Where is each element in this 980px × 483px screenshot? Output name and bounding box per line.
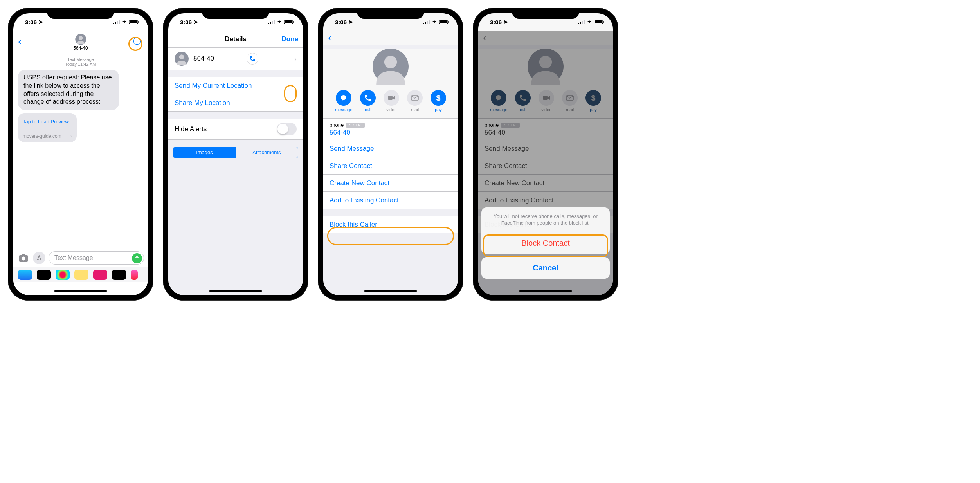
seg-images[interactable]: Images <box>173 147 236 158</box>
msg-time: 11:42 AM <box>78 62 96 67</box>
contact-row[interactable]: 564-40 › <box>168 48 303 70</box>
compose-input[interactable]: Text Message <box>49 251 144 265</box>
compose-placeholder: Text Message <box>54 254 93 261</box>
svg-rect-35 <box>603 21 604 23</box>
share-my-location[interactable]: Share My Location <box>168 94 303 112</box>
home-indicator[interactable] <box>519 290 572 292</box>
details-title: Details <box>225 35 247 43</box>
svg-rect-5 <box>130 20 137 23</box>
svg-rect-27 <box>388 96 393 100</box>
svg-point-26 <box>384 56 397 68</box>
contact-avatar-large <box>373 49 409 85</box>
drawer-app-store[interactable] <box>18 270 32 280</box>
svg-rect-2 <box>117 21 118 24</box>
action-call[interactable]: call <box>360 90 376 112</box>
record-audio-icon[interactable] <box>132 253 142 263</box>
send-message[interactable]: Send Message <box>323 140 458 157</box>
home-indicator[interactable] <box>364 290 417 292</box>
contact-name: 564-40 <box>73 45 88 50</box>
svg-point-10 <box>22 257 25 261</box>
statusbar-indicators <box>113 20 139 24</box>
svg-rect-9 <box>22 254 25 256</box>
home-indicator[interactable] <box>209 290 262 292</box>
action-mail: mail <box>407 90 423 112</box>
contact-avatar[interactable] <box>75 34 86 45</box>
wifi-icon <box>121 20 128 24</box>
svg-rect-1 <box>115 22 116 24</box>
notch <box>47 8 114 19</box>
location-icon: ➤ <box>38 18 43 25</box>
svg-rect-24 <box>440 20 447 23</box>
drawer-music[interactable] <box>131 270 138 280</box>
contact-actions-row: message call video mail $pay <box>323 90 458 118</box>
drawer-images[interactable] <box>93 270 107 280</box>
notch <box>357 8 424 19</box>
contact-avatar-icon <box>175 52 189 66</box>
home-indicator[interactable] <box>54 290 107 292</box>
send-current-location[interactable]: Send My Current Location <box>168 77 303 94</box>
drawer-animoji[interactable] <box>74 270 88 280</box>
seg-attachments[interactable]: Attachments <box>236 147 298 158</box>
cancel-button[interactable]: Cancel <box>481 257 610 279</box>
svg-rect-21 <box>427 21 428 24</box>
phone-field[interactable]: phoneRECENT 564-40 <box>323 119 458 140</box>
contact-number: 564-40 <box>193 55 214 63</box>
battery-icon <box>129 20 139 24</box>
info-button[interactable]: ⓘ <box>120 36 143 47</box>
back-button[interactable]: ‹ <box>328 32 351 43</box>
phone-mockup-2: 3:06 ➤ Details Done 564-40 <box>163 8 308 301</box>
msg-type-label: Text Message <box>67 57 94 62</box>
hide-alerts-label: Hide Alerts <box>175 125 207 133</box>
create-new-contact[interactable]: Create New Contact <box>323 175 458 192</box>
hide-alerts-toggle[interactable] <box>277 123 297 135</box>
phone-value: 564-40 <box>330 129 452 137</box>
drawer-apple-pay[interactable] <box>37 270 51 280</box>
action-sheet: You will not receive phone calls, messag… <box>481 207 610 282</box>
back-button[interactable]: ‹ <box>18 36 41 47</box>
svg-rect-22 <box>429 20 430 24</box>
phone-label: phone <box>330 122 344 128</box>
add-to-existing-contact[interactable]: Add to Existing Contact <box>323 192 458 209</box>
camera-icon[interactable] <box>17 252 30 264</box>
link-preview-action[interactable]: Tap to Load Preview <box>18 113 77 130</box>
statusbar-time: 3:06 <box>25 19 37 25</box>
svg-point-7 <box>79 36 83 40</box>
svg-rect-11 <box>268 23 269 24</box>
done-button[interactable]: Done <box>275 35 298 43</box>
svg-rect-13 <box>272 21 273 24</box>
action-message[interactable]: message <box>335 90 353 112</box>
link-preview-domain: movers-guide.com› <box>18 130 77 142</box>
svg-rect-17 <box>293 21 294 23</box>
svg-rect-30 <box>580 22 581 24</box>
svg-rect-20 <box>425 22 426 24</box>
share-contact[interactable]: Share Contact <box>323 157 458 175</box>
block-this-caller[interactable]: Block this Caller <box>323 216 458 233</box>
link-preview[interactable]: Tap to Load Preview movers-guide.com› <box>18 113 77 142</box>
appstore-icon[interactable] <box>33 252 45 264</box>
phone-mockup-4: 3:06 ➤ ‹ message call video <box>473 8 618 301</box>
drawer-activity[interactable] <box>56 270 70 280</box>
sheet-message: You will not receive phone calls, messag… <box>481 207 610 232</box>
hide-alerts-row: Hide Alerts <box>168 119 303 140</box>
message-bubble[interactable]: USPS offer request: Please use the link … <box>18 70 119 110</box>
phone-mockup-3: 3:06 ➤ ‹ message call video <box>318 8 463 301</box>
svg-rect-29 <box>578 23 579 24</box>
call-button[interactable] <box>247 53 258 65</box>
svg-rect-31 <box>582 21 583 24</box>
svg-rect-25 <box>448 21 449 23</box>
svg-rect-14 <box>274 20 275 24</box>
action-pay[interactable]: $pay <box>431 90 446 112</box>
svg-rect-0 <box>113 23 114 24</box>
message-timestamp: Text Message Today 11:42 AM <box>13 52 148 68</box>
block-contact-button[interactable]: Block Contact <box>481 232 610 254</box>
signal-icon <box>113 20 120 24</box>
compose-bar: Text Message <box>13 249 148 267</box>
svg-rect-3 <box>119 20 120 24</box>
recent-badge: RECENT <box>346 123 365 128</box>
svg-rect-19 <box>423 23 424 24</box>
drawer-digital-touch[interactable] <box>112 270 126 280</box>
svg-rect-32 <box>584 20 585 24</box>
app-drawer[interactable] <box>13 267 148 282</box>
segmented-control[interactable]: Images Attachments <box>173 147 298 158</box>
svg-rect-34 <box>595 20 602 23</box>
